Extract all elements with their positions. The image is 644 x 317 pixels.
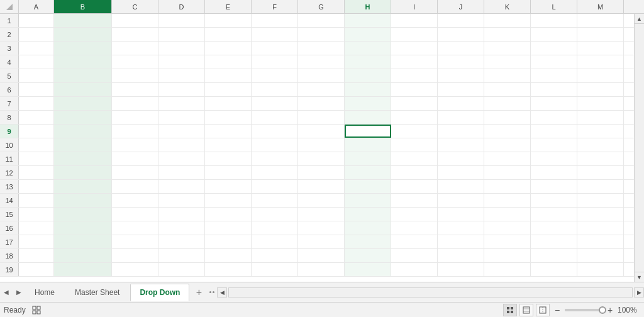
cell-f19[interactable] bbox=[252, 263, 298, 276]
cell-h7[interactable] bbox=[345, 97, 391, 110]
cell-f5[interactable] bbox=[252, 69, 298, 82]
h-scroll-left-arrow[interactable]: ◀ bbox=[217, 287, 227, 298]
col-header-b[interactable]: B bbox=[54, 0, 112, 13]
row-header-9[interactable]: 9 bbox=[0, 125, 19, 138]
row-header-2[interactable]: 2 bbox=[0, 28, 19, 41]
cell-h10[interactable] bbox=[345, 138, 391, 152]
cell-f6[interactable] bbox=[252, 83, 298, 96]
cell-h14[interactable] bbox=[345, 194, 391, 207]
col-header-e[interactable]: E bbox=[205, 0, 252, 13]
cell-e17[interactable] bbox=[205, 235, 252, 248]
cell-d3[interactable] bbox=[158, 42, 205, 55]
scroll-up-arrow[interactable]: ▲ bbox=[635, 14, 644, 24]
cell-i9[interactable] bbox=[391, 125, 438, 138]
cell-d17[interactable] bbox=[158, 235, 205, 248]
cell-g8[interactable] bbox=[298, 111, 345, 124]
cell-a7[interactable] bbox=[19, 97, 54, 110]
cell-e2[interactable] bbox=[205, 28, 252, 41]
cell-c6[interactable] bbox=[112, 83, 158, 96]
cell-c4[interactable] bbox=[112, 55, 158, 69]
cell-a13[interactable] bbox=[19, 180, 54, 193]
cell-i12[interactable] bbox=[391, 166, 438, 179]
cell-e11[interactable] bbox=[205, 152, 252, 165]
cell-h11[interactable] bbox=[345, 152, 391, 165]
cell-d11[interactable] bbox=[158, 152, 205, 165]
col-header-f[interactable]: F bbox=[252, 0, 298, 13]
zoom-in-button[interactable]: + bbox=[605, 305, 615, 315]
cell-c14[interactable] bbox=[112, 194, 158, 207]
cell-i6[interactable] bbox=[391, 83, 438, 96]
scroll-track[interactable] bbox=[635, 24, 644, 272]
cell-k4[interactable] bbox=[484, 55, 531, 69]
cell-l15[interactable] bbox=[531, 208, 577, 221]
cell-m2[interactable] bbox=[577, 28, 624, 41]
cell-e9[interactable] bbox=[205, 125, 252, 138]
cell-j19[interactable] bbox=[438, 263, 484, 276]
cell-f16[interactable] bbox=[252, 221, 298, 235]
cell-b11[interactable] bbox=[54, 152, 112, 165]
cell-i2[interactable] bbox=[391, 28, 438, 41]
cell-a12[interactable] bbox=[19, 166, 54, 179]
cell-d6[interactable] bbox=[158, 83, 205, 96]
cell-g14[interactable] bbox=[298, 194, 345, 207]
cell-j5[interactable] bbox=[438, 69, 484, 82]
page-layout-view-button[interactable] bbox=[519, 304, 533, 316]
row-header-14[interactable]: 14 bbox=[0, 194, 19, 207]
cell-j7[interactable] bbox=[438, 97, 484, 110]
cell-g11[interactable] bbox=[298, 152, 345, 165]
add-sheet-button[interactable]: + bbox=[191, 284, 207, 301]
cell-f7[interactable] bbox=[252, 97, 298, 110]
cell-c3[interactable] bbox=[112, 42, 158, 55]
cell-k10[interactable] bbox=[484, 138, 531, 152]
cell-l4[interactable] bbox=[531, 55, 577, 69]
cell-h9[interactable] bbox=[345, 125, 391, 138]
cell-a11[interactable] bbox=[19, 152, 54, 165]
cell-g19[interactable] bbox=[298, 263, 345, 276]
cell-k7[interactable] bbox=[484, 97, 531, 110]
cell-e1[interactable] bbox=[205, 14, 252, 27]
cell-j13[interactable] bbox=[438, 180, 484, 193]
row-header-10[interactable]: 10 bbox=[0, 138, 19, 152]
cell-m7[interactable] bbox=[577, 97, 624, 110]
cell-f12[interactable] bbox=[252, 166, 298, 179]
cell-c19[interactable] bbox=[112, 263, 158, 276]
cell-k8[interactable] bbox=[484, 111, 531, 124]
cell-c1[interactable] bbox=[112, 14, 158, 27]
cell-k12[interactable] bbox=[484, 166, 531, 179]
cell-b2[interactable] bbox=[54, 28, 112, 41]
cell-d5[interactable] bbox=[158, 69, 205, 82]
cell-c11[interactable] bbox=[112, 152, 158, 165]
cell-d12[interactable] bbox=[158, 166, 205, 179]
cell-k13[interactable] bbox=[484, 180, 531, 193]
cell-l11[interactable] bbox=[531, 152, 577, 165]
cell-k18[interactable] bbox=[484, 249, 531, 262]
cell-e18[interactable] bbox=[205, 249, 252, 262]
col-header-i[interactable]: I bbox=[391, 0, 438, 13]
row-header-7[interactable]: 7 bbox=[0, 97, 19, 110]
cell-m9[interactable] bbox=[577, 125, 624, 138]
cell-l12[interactable] bbox=[531, 166, 577, 179]
cell-d13[interactable] bbox=[158, 180, 205, 193]
cell-m18[interactable] bbox=[577, 249, 624, 262]
cell-g4[interactable] bbox=[298, 55, 345, 69]
cell-j9[interactable] bbox=[438, 125, 484, 138]
row-header-5[interactable]: 5 bbox=[0, 69, 19, 82]
cell-i18[interactable] bbox=[391, 249, 438, 262]
cell-d2[interactable] bbox=[158, 28, 205, 41]
cell-e5[interactable] bbox=[205, 69, 252, 82]
cell-i4[interactable] bbox=[391, 55, 438, 69]
cell-l10[interactable] bbox=[531, 138, 577, 152]
cell-h15[interactable] bbox=[345, 208, 391, 221]
cell-j8[interactable] bbox=[438, 111, 484, 124]
row-header-12[interactable]: 12 bbox=[0, 166, 19, 179]
cell-d10[interactable] bbox=[158, 138, 205, 152]
cell-h2[interactable] bbox=[345, 28, 391, 41]
cell-l13[interactable] bbox=[531, 180, 577, 193]
cell-l3[interactable] bbox=[531, 42, 577, 55]
col-header-k[interactable]: K bbox=[484, 0, 531, 13]
cell-l19[interactable] bbox=[531, 263, 577, 276]
col-header-c[interactable]: C bbox=[112, 0, 158, 13]
row-header-4[interactable]: 4 bbox=[0, 55, 19, 69]
cell-c7[interactable] bbox=[112, 97, 158, 110]
cell-g13[interactable] bbox=[298, 180, 345, 193]
